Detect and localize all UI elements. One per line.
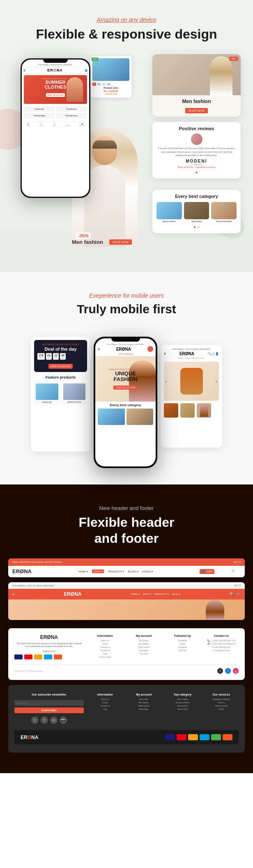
nav-shop-2[interactable]: SHOP ▾ — [143, 593, 151, 595]
product-grid: Jersey top Stretch knit top — [34, 382, 87, 405]
size-m[interactable]: M — [97, 83, 101, 86]
footer-acc-5[interactable]: Your data — [126, 652, 161, 655]
header-nav-bar-2: ☰ ERØNA HOME ▾ SHOP ▾ PRODUCTS ▾ BLOG ▾ … — [8, 589, 245, 599]
footer-info-2[interactable]: Career — [88, 643, 122, 645]
thumb-3[interactable] — [197, 403, 211, 418]
footer-divider — [14, 664, 239, 665]
footer-soc-3[interactable]: Instagram — [165, 646, 200, 648]
newsletter-cat-4[interactable]: Top brands — [165, 708, 200, 710]
deal-btn[interactable]: SHOP COLLECTION — [48, 364, 73, 369]
footer-contact-4[interactable]: ✉ info@gmail.com — [204, 649, 239, 652]
newsletter-acc-2[interactable]: My wishlist — [126, 701, 161, 704]
newsletter-info-col: Information About us Career Contact us F… — [88, 693, 122, 724]
devices-area: Free shipping + return for above united … — [8, 54, 245, 251]
newsletter-svc-title: Our services — [204, 693, 239, 696]
size-l[interactable]: L — [102, 83, 106, 86]
newsletter-services-col: Our services Shipping & delivery Returns… — [204, 693, 239, 724]
search-icon-2[interactable]: 🔍 — [230, 592, 234, 596]
footer-info-6[interactable]: Privacy policy — [88, 656, 122, 658]
nav-home-1[interactable]: HOME ▾ — [78, 570, 88, 573]
right-breadcrumb: HOME / LYOCELL RESORT SHIRT — [164, 357, 219, 359]
footer-soc-1[interactable]: Facebook — [165, 639, 200, 642]
newsletter-input[interactable] — [14, 700, 84, 706]
header-wishlist-icon[interactable]: ♡Wishlist — [217, 569, 229, 574]
men-fashion-card: 45% Men fashion SHOP NOW — [152, 54, 241, 117]
footer-soc-4[interactable]: YouTube — [165, 649, 200, 652]
center-banner-btn[interactable]: SHOP COLLECTION — [113, 386, 138, 390]
header-banner-2 — [8, 599, 245, 620]
center-top-bar: Free Shipping • Free return for above un… — [98, 343, 153, 345]
categories-title: Every best category — [156, 194, 237, 199]
men-fashion-shop-btn[interactable]: SHOP NOW — [109, 239, 132, 245]
newsletter-info-3[interactable]: Contact us — [88, 705, 122, 707]
nav-shop-1[interactable]: SHOP ▾ — [92, 569, 104, 573]
header-menu-2[interactable]: ☰ — [12, 593, 14, 596]
footer-contact-3[interactable]: ✉ sales@gmail.com — [204, 646, 239, 648]
nav-products-1[interactable]: PRODUCTS ▾ — [108, 570, 124, 573]
phone-nav-shop[interactable]: 🛍Shop — [53, 123, 56, 126]
social-twitter-icon[interactable]: t — [31, 716, 39, 724]
arrow-left-icon[interactable]: ‹ — [166, 379, 167, 384]
footer-acc-4[interactable]: Newsletter — [126, 649, 161, 652]
footer-info-5[interactable]: Faq — [88, 652, 122, 655]
social-facebook-icon[interactable]: f — [41, 716, 48, 724]
social-tw[interactable]: t — [217, 668, 223, 674]
cat-item-2: Top Rated — [184, 202, 209, 223]
size-s[interactable]: S — [92, 83, 96, 86]
footer-acc-2[interactable]: My wishlist — [126, 643, 161, 645]
footer-contact-col: Contact us 📞 +1 (654) 234 093 (064) 234 … — [204, 634, 239, 659]
newsletter-svc-1[interactable]: Shipping & delivery — [204, 698, 239, 700]
cart-icon-2[interactable]: 🛒 — [236, 592, 241, 596]
phone-nav-wishlist[interactable]: ♡Wishlist — [65, 123, 70, 126]
social-fb[interactable]: f — [225, 668, 231, 674]
thumb-1[interactable] — [164, 403, 178, 418]
nav-pages-1[interactable]: PAGES ▾ — [143, 570, 153, 573]
footer-info-1[interactable]: About us — [88, 639, 122, 642]
social-instagram-icon[interactable]: 📷 — [60, 716, 67, 724]
footer-acc-1[interactable]: My profile — [126, 639, 161, 642]
men-fashion-title: Men fashion — [156, 99, 237, 104]
social-ig[interactable]: ig — [233, 668, 239, 674]
footer-info-4[interactable]: Contact us — [88, 649, 122, 652]
size-xl[interactable]: XL — [106, 83, 111, 86]
footer-acc-3[interactable]: Order history — [126, 646, 161, 648]
newsletter-info-1[interactable]: About us — [88, 698, 122, 700]
nav-blogs-1[interactable]: BLOGS ▾ — [128, 570, 138, 573]
newsletter-cat-3[interactable]: Accessories — [165, 705, 200, 707]
newsletter-svc-3[interactable]: Order tracking — [204, 705, 239, 707]
pay-amex — [188, 734, 198, 740]
phone-nav-home[interactable]: 🏠Home — [26, 123, 30, 126]
phone-logo-bar: ☰ ERØNA 👤 — [22, 67, 89, 74]
newsletter-btn[interactable]: SUBSCRIBE! — [14, 707, 84, 713]
reviews-card: Positive reviews Five-star words that do… — [152, 122, 241, 179]
phone-nav-account[interactable]: 👤Account — [79, 123, 85, 126]
footer-info-3[interactable]: Contact us — [88, 646, 122, 648]
nav-home-2[interactable]: HOME ▾ — [131, 593, 140, 595]
right-top-bar: Free shipping + return for above united … — [164, 348, 219, 350]
section-responsive: Amazing on any device Flexible & respons… — [0, 0, 253, 272]
section3-subtitle: New header and footer — [8, 505, 245, 511]
newsletter-svc-4[interactable]: FAQs — [204, 708, 239, 710]
nav-blog-2[interactable]: BLOG ▾ — [172, 593, 180, 595]
social-linkedin-icon[interactable]: in — [50, 716, 58, 724]
nav-products-2[interactable]: PRODUCTS ▾ — [154, 593, 169, 595]
newsletter-cat-1[interactable]: Men clothes — [165, 698, 200, 700]
footer-brand-col: ERØNA The inside of the text lorem genre… — [14, 634, 84, 659]
newsletter-account-title: My account — [126, 693, 161, 696]
arrow-right-icon[interactable]: › — [216, 379, 217, 384]
section-header-footer: New header and footer Flexible headerand… — [0, 485, 253, 773]
header-cart-icon[interactable]: 🛒Cart — [232, 569, 241, 574]
newsletter-acc-3[interactable]: Order history — [126, 705, 161, 707]
newsletter-info-4[interactable]: Faq — [88, 708, 122, 710]
newsletter-svc-2[interactable]: Returns — [204, 701, 239, 704]
header-user-btn[interactable]: 👤 User — [200, 569, 214, 574]
thumb-2[interactable] — [180, 403, 195, 418]
footer-soc-2[interactable]: Twitter — [165, 643, 200, 645]
men-fashion-btn[interactable]: SHOP NOW — [185, 108, 208, 113]
newsletter-acc-1[interactable]: My profile — [126, 698, 161, 700]
newsletter-cat-2[interactable]: Women clothes — [165, 701, 200, 704]
prod-img-2 — [63, 383, 86, 400]
phone-nav-search[interactable]: 🔍Search — [39, 123, 44, 126]
newsletter-info-2[interactable]: Career — [88, 701, 122, 704]
newsletter-acc-4[interactable]: Newsletter — [126, 708, 161, 710]
